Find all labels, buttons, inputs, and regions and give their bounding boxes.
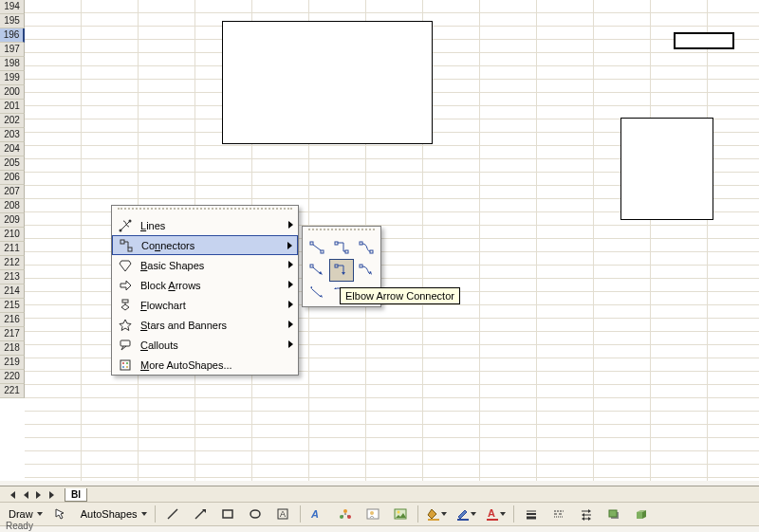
rectangle-shape-2[interactable] [620,118,713,220]
menu-item-connectors[interactable]: Connectors [112,235,298,255]
row-header[interactable]: 215 [0,299,25,313]
row-header[interactable]: 195 [0,14,25,28]
svg-rect-22 [360,265,362,267]
svg-rect-39 [457,519,469,521]
row-header[interactable]: 199 [0,71,25,85]
svg-rect-7 [120,360,130,370]
svg-rect-3 [120,240,124,244]
selected-cell-outline[interactable] [674,32,734,49]
svg-rect-16 [345,250,348,253]
sheet-tab[interactable]: Bl [65,488,87,502]
basic-shapes-icon [116,256,135,275]
svg-point-1 [120,229,122,231]
row-header[interactable]: 203 [0,128,25,142]
row-header[interactable]: 194 [0,0,25,14]
menu-item-label: Connectors [141,240,280,251]
line-style-button[interactable] [519,504,544,524]
shadow-button[interactable] [602,504,626,524]
arrow-button[interactable] [188,504,213,524]
stars-banners-icon [116,316,135,335]
select-objects-button[interactable] [48,504,73,524]
row-header[interactable]: 221 [0,384,25,398]
connectors-icon [117,236,136,255]
menu-item-basic-shapes[interactable]: Basic Shapes [112,255,298,275]
row-header[interactable]: 207 [0,185,25,199]
row-header[interactable]: 197 [0,43,25,57]
row-header[interactable]: 214 [0,284,25,299]
dash-style-button[interactable] [546,504,571,524]
menu-item-flowchart[interactable]: Flowchart [112,295,298,315]
row-header[interactable]: 205 [0,156,25,171]
svg-point-37 [397,511,399,514]
tab-last-icon[interactable] [46,488,59,502]
3d-button[interactable] [629,504,654,524]
row-header[interactable]: 201 [0,100,25,114]
elbow-connector-button[interactable] [329,236,354,259]
menu-item-callouts[interactable]: Callouts [112,335,298,355]
row-header[interactable]: 202 [0,114,25,128]
elbow-arrow-connector-button[interactable] [329,259,354,282]
row-header[interactable]: 210 [0,228,25,242]
svg-rect-53 [637,512,642,519]
row-header[interactable]: 208 [0,199,25,213]
row-header[interactable]: 204 [0,142,25,156]
row-header[interactable]: 198 [0,57,25,71]
svg-rect-21 [335,265,338,267]
line-color-button[interactable] [453,504,479,524]
row-header[interactable]: 209 [0,213,25,228]
curved-arrow-connector-button[interactable] [354,259,379,282]
row-header[interactable]: 220 [0,370,25,384]
row-header[interactable]: 212 [0,256,25,270]
svg-point-31 [343,509,347,513]
svg-rect-19 [310,265,313,267]
menu-item-block-arrows[interactable]: Block Arrows [112,275,298,295]
svg-rect-38 [428,519,439,521]
clipart-button[interactable] [361,504,385,524]
svg-point-27 [250,510,260,518]
textbox-button[interactable]: A [270,504,295,524]
svg-rect-12 [310,242,313,245]
svg-line-14 [313,245,321,250]
submenu-arrow-icon [287,242,292,249]
row-header[interactable]: 216 [0,313,25,327]
rectangle-shape-1[interactable] [222,21,433,144]
row-header[interactable]: 217 [0,327,25,341]
tooltip: Elbow Arrow Connector [340,287,460,304]
oval-button[interactable] [243,504,268,524]
row-header[interactable]: 200 [0,85,25,100]
straight-arrow-connector-button[interactable] [305,259,329,282]
wordart-button[interactable]: A [305,504,330,524]
autoshapes-menu-button[interactable]: AutoShapes [76,504,150,524]
tab-next-icon[interactable] [32,488,46,502]
rectangle-button[interactable] [215,504,240,524]
row-header[interactable]: 213 [0,270,25,284]
picture-button[interactable] [388,504,413,524]
font-color-button[interactable]: A [482,504,509,524]
row-header[interactable]: 206 [0,171,25,185]
row-headers: 1941951961971981992002012022032042052062… [0,0,25,481]
menu-item-more-autoshapes[interactable]: More AutoShapes... [112,355,298,375]
callouts-icon [116,336,135,355]
menu-item-lines[interactable]: Lines [112,215,298,235]
submenu-arrow-icon [288,340,293,348]
arrow-style-button[interactable] [574,504,599,524]
menu-item-stars-and-banners[interactable]: Stars and Banners [112,315,298,335]
fill-color-button[interactable] [423,504,450,524]
straight-connector-button[interactable] [305,236,329,259]
worksheet[interactable]: 1941951961971981992002012022032042052062… [0,0,759,481]
svg-rect-5 [122,300,128,303]
tab-prev-icon[interactable] [19,488,32,502]
row-header[interactable]: 219 [0,356,25,370]
curved-connector-button[interactable] [354,236,379,259]
straight-double-arrow-button[interactable] [305,282,329,304]
row-header[interactable]: 211 [0,242,25,256]
menu-item-label: More AutoShapes... [140,359,281,371]
submenu-grip[interactable] [308,229,375,234]
row-header[interactable]: 196 [0,28,25,43]
diagram-button[interactable] [333,504,358,524]
menu-grip[interactable] [118,208,292,214]
line-button[interactable] [160,504,185,524]
tab-first-icon[interactable] [6,488,19,502]
row-header[interactable]: 218 [0,341,25,356]
autoshapes-label: AutoShapes [79,508,139,520]
